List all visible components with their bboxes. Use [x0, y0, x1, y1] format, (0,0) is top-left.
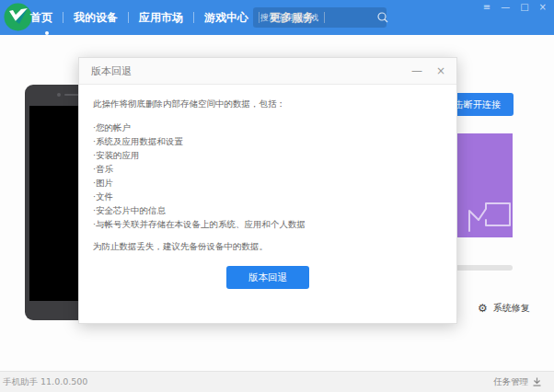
version-rollback-dialog: 版本回退 — × 此操作将彻底删除内部存储空间中的数据，包括： ·您的帐户 ·系… — [78, 57, 457, 324]
dialog-item-list: ·您的帐户 ·系统及应用数据和设置 ·安装的应用 ·音乐 ·图片 ·文件 ·安全… — [93, 121, 443, 231]
task-manager-label: 任务管理 — [493, 376, 528, 388]
app-version-label: 手机助手 11.0.0.500 — [3, 376, 493, 388]
nav-item-my-device[interactable]: 我的设备 — [63, 10, 128, 26]
list-item: ·安装的应用 — [93, 148, 443, 162]
list-item: ·安全芯片中的信息 — [93, 203, 443, 217]
search-icon[interactable] — [375, 11, 391, 24]
list-item: ·图片 — [93, 176, 443, 190]
top-navbar: 首页 我的设备 应用市场 游戏中心 更多服务 ≡ — □ × — [0, 0, 554, 35]
version-rollback-confirm-button[interactable]: 版本回退 — [226, 266, 309, 289]
nav-item-home[interactable]: 首页 — [30, 10, 63, 26]
system-repair-button[interactable]: ⚙ 系统修复 — [478, 302, 530, 315]
nav-item-app-market[interactable]: 应用市场 — [129, 10, 193, 26]
nav-item-home-label: 首页 — [30, 11, 52, 24]
dialog-minimize-icon[interactable]: — — [411, 65, 422, 76]
dialog-controls: — × — [411, 65, 456, 76]
active-tab-dot — [45, 31, 49, 35]
search-box[interactable] — [253, 7, 387, 28]
search-input[interactable] — [253, 13, 375, 22]
status-bar: 手机助手 11.0.0.500 任务管理 — [0, 371, 554, 392]
nav-item-game-center[interactable]: 游戏中心 — [194, 10, 259, 26]
maximize-icon[interactable]: □ — [520, 2, 528, 13]
dialog-body: 此操作将彻底删除内部存储空间中的数据，包括： ·您的帐户 ·系统及应用数据和设置… — [79, 98, 456, 289]
dialog-close-icon[interactable]: × — [436, 65, 445, 76]
list-item: ·与帐号关联并存储在本设备上的系统、应用和个人数据 — [93, 217, 443, 231]
window-controls: ≡ — □ × — [483, 2, 547, 13]
menu-icon[interactable]: ≡ — [483, 2, 491, 13]
phone-speaker-line — [64, 94, 79, 96]
gear-icon: ⚙ — [478, 302, 488, 315]
task-manager-button[interactable]: 任务管理 — [493, 376, 541, 388]
list-item: ·文件 — [93, 190, 443, 203]
dialog-warning-text: 为防止数据丢失，建议先备份设备中的数据。 — [93, 241, 443, 253]
system-repair-label: 系统修复 — [493, 302, 530, 315]
dialog-intro-text: 此操作将彻底删除内部存储空间中的数据，包括： — [93, 98, 443, 110]
list-item: ·音乐 — [93, 162, 443, 176]
dialog-title: 版本回退 — [79, 64, 411, 78]
download-icon — [533, 377, 541, 386]
app-logo-icon[interactable] — [4, 3, 32, 31]
banner-illustration-icon — [467, 198, 513, 235]
list-item: ·系统及应用数据和设置 — [93, 134, 443, 148]
phone-camera-dot — [57, 93, 61, 97]
close-icon[interactable]: × — [539, 2, 547, 13]
dialog-header: 版本回退 — × — [79, 58, 456, 85]
minimize-icon[interactable]: — — [501, 2, 510, 13]
list-item: ·您的帐户 — [93, 121, 443, 134]
